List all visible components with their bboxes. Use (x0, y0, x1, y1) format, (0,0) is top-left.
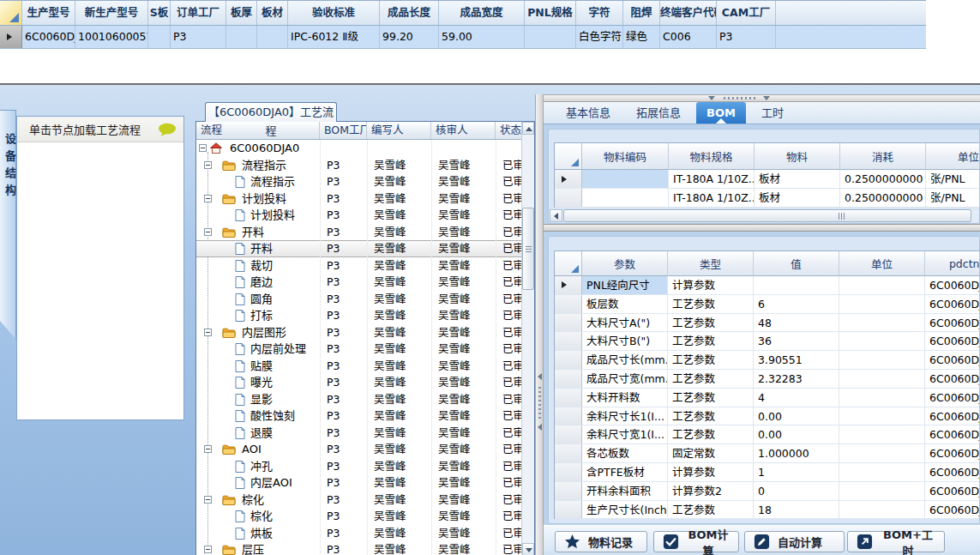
tree-node-label[interactable]: 贴膜 (250, 358, 273, 375)
cell-pdctno[interactable]: 6C0060DJA0 (925, 370, 980, 388)
bom-select-all-corner[interactable] (555, 143, 582, 170)
tree-node-label[interactable]: 酸性蚀刻 (250, 407, 295, 425)
tree-expander-icon[interactable] (204, 445, 212, 453)
order-grid-cell[interactable]: P3 (717, 26, 776, 48)
cell-material-spec[interactable]: IT-180A 1/10Z... (669, 189, 755, 207)
cell-param-value[interactable]: 0.00 (754, 407, 839, 425)
cell-param-type[interactable]: 工艺参数 (668, 314, 754, 332)
order-grid-cell[interactable]: 10010600057226 (75, 26, 148, 48)
tree-node-label[interactable]: 烘板 (250, 525, 273, 542)
cell-param-value[interactable]: 6 (754, 295, 839, 313)
cell-param-value[interactable]: 2.32283 (754, 370, 839, 388)
cell-param-name[interactable]: 大料开料数 (582, 389, 668, 407)
cell-param-name[interactable]: 大料尺寸B(") (582, 332, 668, 350)
cell-pdctno[interactable]: 6C0060DJA0 (925, 482, 980, 500)
cell-param-unit[interactable] (839, 295, 925, 313)
detail-tab[interactable]: BOM (696, 102, 746, 124)
cell-param-value[interactable]: 18 (754, 501, 839, 519)
cell-material-spec[interactable]: IT-180A 1/10Z... (669, 170, 755, 188)
order-grid-cell[interactable] (148, 26, 171, 48)
flow-vertical-scrollbar[interactable] (521, 122, 534, 555)
cell-param-value[interactable]: 0.00 (754, 425, 839, 443)
order-grid-data-row[interactable]: 6C0060DJA0 10010600057226 P3 IPC-6012 Ⅱ级… (0, 26, 926, 49)
tree-node-label[interactable]: 曝光 (250, 374, 273, 391)
param-table-row[interactable]: 大料尺寸A(") 工艺参数 48 6C0060DJA0 (555, 314, 980, 333)
order-grid-cell[interactable]: IPC-6012 Ⅱ级 (288, 26, 380, 48)
cell-param-value[interactable]: 4 (754, 389, 839, 407)
order-grid-column-header[interactable]: 阻焊 (623, 1, 660, 25)
cell-param-name[interactable]: 含PTFE板材 (582, 463, 668, 481)
select-all-corner[interactable] (0, 1, 22, 25)
tree-expander-icon[interactable] (204, 546, 212, 553)
tree-node-label[interactable]: 6C0060DJA0 (230, 140, 299, 157)
cell-param-type[interactable]: 计算参数2 (668, 482, 754, 500)
order-grid-cell[interactable]: 绿色 (623, 26, 660, 48)
scroll-left-button[interactable] (550, 209, 562, 222)
param-table-row[interactable]: 生产尺寸长(Inch) 工艺参数 18 6C0060DJA0 (555, 501, 980, 520)
cell-param-name[interactable]: PNL经向尺寸 (582, 276, 668, 294)
cell-param-type[interactable]: 工艺参数 (668, 295, 754, 313)
cell-pdctno[interactable]: 6C0060DJA0 (925, 425, 980, 443)
cell-param-name[interactable]: 成品尺寸长(mm... (582, 351, 668, 369)
scrollbar-thumb[interactable] (563, 209, 971, 222)
order-grid-column-header[interactable]: 新生产型号 (75, 1, 148, 25)
cell-param-type[interactable]: 工艺参数 (668, 407, 754, 425)
order-grid-column-header[interactable]: PNL规格 (525, 1, 576, 25)
cell-pdctno[interactable]: 6C0060DJA0 (925, 332, 980, 350)
tree-node-label[interactable]: 内层前处理 (250, 341, 306, 358)
horizontal-splitter[interactable] (544, 94, 980, 102)
tree-expander-icon[interactable] (204, 329, 212, 336)
flow-tree-row[interactable]: 圆角 P3 吴雪峰 吴雪峰 已审核 (196, 291, 521, 308)
bom-calc-button[interactable]: BOM计算 (653, 531, 739, 552)
auto-calc-button[interactable]: 自动计算 (744, 531, 845, 552)
flow-tree-row[interactable]: 显影 P3 吴雪峰 吴雪峰 已审核 (196, 391, 521, 408)
order-grid-column-header[interactable]: CAM工厂 (717, 1, 776, 25)
cell-param-value[interactable]: 1 (754, 463, 839, 481)
flow-tree-row[interactable]: 内层图形 P3 吴雪峰 吴雪峰 已审核 (196, 324, 521, 341)
cell-param-value[interactable] (754, 276, 839, 294)
tree-node-label[interactable]: 棕化 (242, 492, 264, 509)
cell-param-type[interactable]: 计算参数 (668, 276, 754, 294)
cell-pdctno[interactable]: 6C0060DJA0 (925, 389, 980, 407)
cell-pdctno[interactable]: 6C0060DJA0 (925, 463, 980, 481)
bom-horizontal-scrollbar[interactable] (550, 209, 978, 222)
order-grid-column-header[interactable]: 字符 (576, 1, 623, 25)
cell-param-type[interactable]: 工艺参数 (668, 370, 754, 388)
flow-column-header[interactable]: 状态 (496, 122, 522, 139)
cell-param-name[interactable]: 开料余料面积 (582, 482, 668, 500)
flow-tree-row[interactable]: 流程指示 P3 吴雪峰 吴雪峰 已审核 (196, 157, 521, 174)
order-grid-cell[interactable]: 白色字符 (576, 26, 623, 48)
tree-node-label[interactable]: 圆角 (250, 291, 273, 308)
cell-param-type[interactable]: 工艺参数 (668, 425, 754, 443)
flow-tree-row[interactable]: 棕化 P3 吴雪峰 吴雪峰 已审核 (196, 492, 521, 509)
flow-tree-row[interactable]: 6C0060DJA0 (196, 140, 521, 157)
param-table-row[interactable]: 开料余料面积 计算参数2 0 6C0060DJA0 (555, 482, 980, 501)
tree-node-label[interactable]: 流程指示 (250, 173, 295, 190)
tables-splitter[interactable] (544, 224, 980, 232)
tree-node-label[interactable]: 内层图形 (242, 324, 286, 341)
param-table-row[interactable]: 成品尺寸长(mm... 工艺参数 3.90551 6C0060DJA0 (555, 351, 980, 370)
tree-expander-icon[interactable] (204, 195, 212, 202)
param-table-row[interactable]: 余料尺寸宽1(I... 工艺参数 0.00 6C0060DJA0 (555, 425, 980, 444)
param-table-row[interactable]: 大料尺寸B(") 工艺参数 36 6C0060DJA0 (555, 332, 980, 351)
tree-node-label[interactable]: 计划投料 (242, 190, 286, 208)
cell-param-type[interactable]: 计算参数 (668, 463, 754, 481)
cell-param-name[interactable]: 大料尺寸A(") (582, 314, 668, 332)
flow-tree-row[interactable]: 棕化 P3 吴雪峰 吴雪峰 已审核 (196, 508, 521, 525)
cell-pdctno[interactable]: 6C0060DJA0 (925, 276, 980, 294)
flow-column-header[interactable]: 编写人 (367, 122, 431, 139)
cell-pdctno[interactable]: 6C0060DJA0 (925, 351, 980, 369)
cell-param-name[interactable]: 余料尺寸长1(I... (582, 407, 668, 425)
cell-param-type[interactable]: 固定常数 (668, 444, 754, 462)
cell-unit[interactable]: 张/PNL (926, 189, 980, 207)
bom-column-header[interactable]: 物料规格 (669, 143, 755, 170)
bom-table-row[interactable]: IT-180A 1/10Z... 板材 0.2500000000 张/PNL (555, 189, 980, 208)
flow-panel-tab[interactable]: 【6C0060DJA0】工艺流程 (205, 102, 337, 122)
cell-pdctno[interactable]: 6C0060DJA0 (925, 501, 980, 519)
flow-tree-row[interactable]: 裁切 P3 吴雪峰 吴雪峰 已审核 (196, 257, 521, 274)
cell-param-unit[interactable] (839, 501, 925, 519)
cell-pdctno[interactable]: 6C0060DJA0 (925, 295, 980, 313)
cell-param-unit[interactable] (839, 407, 925, 425)
param-table-row[interactable]: 余料尺寸长1(I... 工艺参数 0.00 6C0060DJA0 (555, 407, 980, 426)
detail-tab[interactable]: 工时 (751, 102, 794, 124)
